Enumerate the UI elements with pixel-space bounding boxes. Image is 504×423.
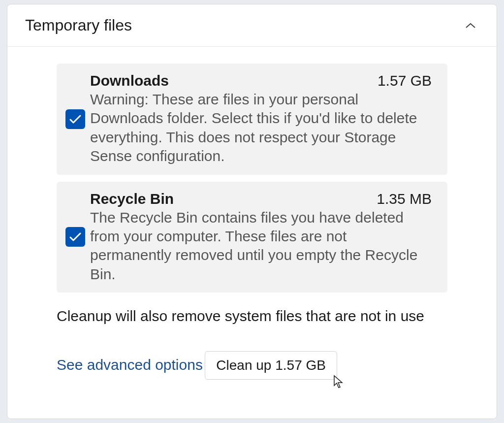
chevron-up-icon — [464, 19, 477, 32]
panel-title: Temporary files — [25, 16, 132, 34]
item-desc-recyclebin: The Recycle Bin contains files you have … — [90, 208, 432, 284]
check-icon — [69, 232, 82, 242]
item-name-recyclebin: Recycle Bin — [90, 191, 174, 207]
temporary-files-panel: Temporary files Downloads 1.57 GB Warnin… — [7, 4, 497, 419]
cleanup-button[interactable]: Clean up 1.57 GB — [205, 351, 337, 380]
advanced-options-link[interactable]: See advanced options — [57, 357, 203, 373]
checkbox-downloads[interactable] — [65, 109, 85, 129]
item-content: Recycle Bin 1.35 MB The Recycle Bin cont… — [90, 191, 432, 284]
item-desc-downloads: Warning: These are files in your persona… — [90, 90, 432, 166]
item-size-recyclebin: 1.35 MB — [377, 191, 432, 207]
checkbox-recyclebin[interactable] — [65, 227, 85, 247]
cleanup-note: Cleanup will also remove system files th… — [57, 306, 447, 325]
cleanup-item-recyclebin: Recycle Bin 1.35 MB The Recycle Bin cont… — [57, 182, 447, 293]
item-size-downloads: 1.57 GB — [378, 72, 432, 89]
panel-body: Downloads 1.57 GB Warning: These are fil… — [7, 47, 497, 390]
panel-header[interactable]: Temporary files — [7, 4, 497, 47]
item-name-downloads: Downloads — [90, 72, 169, 89]
item-content: Downloads 1.57 GB Warning: These are fil… — [90, 72, 432, 166]
check-icon — [69, 114, 82, 124]
cleanup-item-downloads: Downloads 1.57 GB Warning: These are fil… — [57, 64, 447, 175]
